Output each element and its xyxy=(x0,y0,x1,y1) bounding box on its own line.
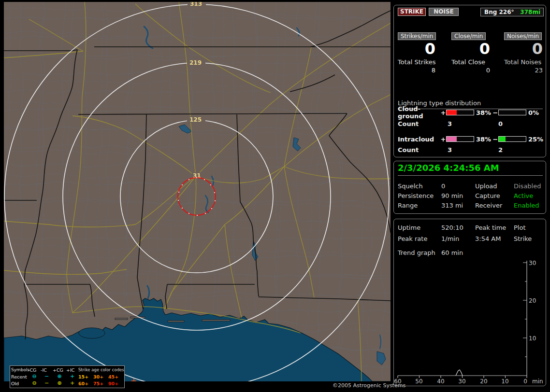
upload-label: Upload xyxy=(475,182,497,190)
x-tick-0: 0 xyxy=(523,378,527,385)
legend-symbols-header: Symbols xyxy=(11,367,28,372)
recent-pos-cg-icon: ⊕ xyxy=(53,374,66,379)
lake-pontchartrain xyxy=(79,328,105,338)
cg-minus-bar xyxy=(498,110,526,115)
total-close-label: Total Close xyxy=(451,58,490,66)
cg-plus-count: 3 xyxy=(448,120,452,127)
ic-minus-bar xyxy=(498,136,526,142)
plus-sign: + xyxy=(440,109,446,116)
bearing-value: Bng 226° xyxy=(484,8,514,16)
minus-sign: − xyxy=(492,136,498,143)
symbol-legend: Symbols -CG -IC +CG +IC Strike age color… xyxy=(10,365,125,388)
map-canvas[interactable]: 313 219 125 31 xyxy=(4,2,391,381)
cloud-ground-label: Cloud-ground xyxy=(398,105,440,120)
ic-plus-bar xyxy=(446,136,474,142)
noises-per-min-button[interactable]: Noises/min xyxy=(504,32,542,40)
total-noises-label: Total Noises xyxy=(504,58,543,66)
total-close-value: 0 xyxy=(451,67,490,74)
minus-sign: − xyxy=(492,109,498,116)
y-tick-10: 10 xyxy=(529,335,536,342)
map-svg: 313 219 125 31 xyxy=(4,2,391,381)
total-strikes-value: 8 xyxy=(398,67,435,74)
old-neg-cg-icon: ⊖ xyxy=(28,381,41,386)
nexstorm-window: { "window": {"copyright": "©2005 Astroge… xyxy=(0,0,550,392)
age-15: 15+ xyxy=(78,374,93,379)
ic-minus-count: 2 xyxy=(498,146,503,154)
trend-panel: Uptime 520:10 Peak time Plot Peak rate 1… xyxy=(393,219,546,386)
range-label: Range xyxy=(398,202,418,209)
x-axis-unit: min xyxy=(532,378,543,385)
persistence-value: 90 min xyxy=(441,192,463,199)
range-ring-label: 219 xyxy=(189,59,202,66)
copyright-text: ©2005 Astrogenic Systems xyxy=(333,382,405,389)
ic-minus-pct: 25% xyxy=(526,136,545,143)
cg-minus-count: 0 xyxy=(498,120,503,127)
ic-plus-pct: 38% xyxy=(474,136,492,143)
recent-pos-ic-icon: + xyxy=(66,374,78,379)
age-45: 45+ xyxy=(108,374,123,379)
intracloud-row: Intracloud + 38% − 25% xyxy=(398,136,545,142)
x-tick-10: 10 xyxy=(501,378,508,385)
old-pos-cg-icon: ⊕ xyxy=(53,381,66,386)
range-ring-label: 313 xyxy=(190,2,202,7)
trend-graph: 60 50 40 30 20 10 0 min 30 20 10 xyxy=(394,219,546,386)
close-per-min-button[interactable]: Close/min xyxy=(451,32,486,40)
x-tick-40: 40 xyxy=(437,378,444,385)
legend-pos-ic-header: +IC xyxy=(66,367,78,373)
status-panel: 2/3/2026 4:24:56 AM Squelch 0 Upload Dis… xyxy=(393,161,546,214)
receiver-label: Receiver xyxy=(475,202,502,209)
close-per-min-column: Close/min 0 Total Close 0 xyxy=(451,31,490,74)
legend-age-title: Strike age color codes xyxy=(78,367,121,372)
capture-status: Active xyxy=(514,192,533,199)
cloud-ground-row: Cloud-ground + 38% − 0% xyxy=(398,109,545,116)
recent-neg-ic-icon: − xyxy=(41,374,53,379)
range-ring-label: 125 xyxy=(189,116,202,123)
y-tick-30: 30 xyxy=(529,260,536,266)
legend-pos-cg-header: +CG xyxy=(53,367,66,373)
x-tick-50: 50 xyxy=(415,378,422,385)
age-90: 90+ xyxy=(108,381,123,386)
cg-plus-pct: 38% xyxy=(474,109,492,116)
capture-label: Capture xyxy=(475,192,500,199)
count-label: Count xyxy=(398,120,419,127)
y-tick-20: 20 xyxy=(529,297,536,304)
strikes-per-min-button[interactable]: Strikes/min xyxy=(398,32,436,40)
total-noises-value: 23 xyxy=(504,67,543,74)
old-neg-ic-icon: − xyxy=(41,381,53,386)
range-value: 313 mi xyxy=(441,202,463,209)
persistence-row: Persistence 90 min Capture Active xyxy=(394,192,542,200)
datetime-display: 2/3/2026 4:24:56 AM xyxy=(398,163,543,176)
legend-row-old-label: Old xyxy=(11,381,28,386)
strikes-per-min-value: 0 xyxy=(398,41,435,56)
old-pos-ic-icon: + xyxy=(66,381,78,386)
cg-plus-bar xyxy=(446,110,474,115)
noises-per-min-column: Noises/min 0 Total Noises 23 xyxy=(504,31,543,74)
strike-stats-panel: STRIKE NOISE Bng 226° 378mi Strikes/min … xyxy=(393,5,546,157)
persistence-label: Persistence xyxy=(398,192,434,199)
count-label: Count xyxy=(398,146,419,154)
squelch-row: Squelch 0 Upload Disabled xyxy=(394,182,542,190)
total-strikes-label: Total Strikes xyxy=(398,58,435,66)
legend-neg-ic-header: -IC xyxy=(41,367,53,373)
bearing-readout: Bng 226° 378mi xyxy=(480,8,544,16)
strike-mode-button[interactable]: STRIKE xyxy=(398,8,426,16)
bearing-distance: 378mi xyxy=(520,8,540,16)
intracloud-label: Intracloud xyxy=(398,136,440,143)
strikes-per-min-column: Strikes/min 0 Total Strikes 8 xyxy=(398,31,435,74)
age-60: 60+ xyxy=(78,381,93,386)
age-30: 30+ xyxy=(93,374,108,379)
legend-row-recent-label: Recent xyxy=(11,374,28,379)
age-75: 75+ xyxy=(93,381,108,386)
upload-status: Disabled xyxy=(514,182,541,190)
close-per-min-value: 0 xyxy=(451,41,490,56)
noise-mode-button[interactable]: NOISE xyxy=(429,8,459,16)
receiver-status: Enabled xyxy=(514,202,539,209)
squelch-value: 0 xyxy=(441,182,445,190)
recent-neg-cg-icon: ⊖ xyxy=(28,374,41,379)
ic-plus-count: 3 xyxy=(448,146,452,154)
trend-peak xyxy=(456,370,463,376)
cg-minus-pct: 0% xyxy=(526,109,545,116)
squelch-label: Squelch xyxy=(398,182,423,190)
x-tick-20: 20 xyxy=(480,378,487,385)
plus-sign: + xyxy=(440,136,446,143)
